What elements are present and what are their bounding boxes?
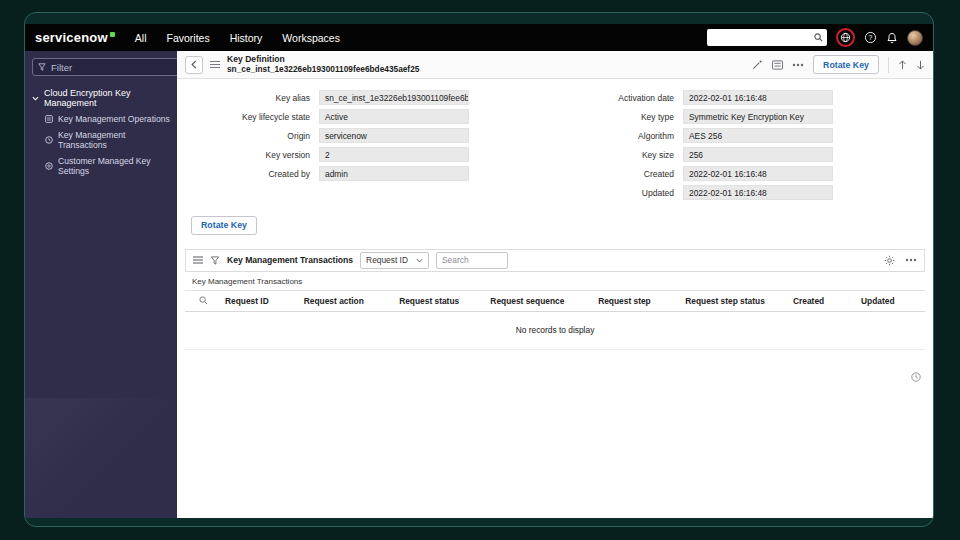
related-list: Key Management Transactions Request ID bbox=[185, 249, 925, 350]
app-navigator-sidebar: Cloud Encryption Key Management Key Mana… bbox=[25, 51, 177, 518]
related-list-toolbar: Key Management Transactions Request ID bbox=[185, 249, 925, 272]
list-menu-icon[interactable] bbox=[193, 256, 203, 264]
search-field-select[interactable]: Request ID bbox=[360, 252, 429, 269]
gear-module-icon bbox=[45, 162, 53, 170]
key-alias-field[interactable]: sn_ce_inst_1e3226eb193001109fee6bde435ae… bbox=[319, 90, 469, 105]
activation-date-field[interactable]: 2022-02-01 16:16:48 bbox=[683, 90, 833, 105]
frame-bottom-strip bbox=[25, 518, 933, 527]
sidebar-item-key-management-transactions[interactable]: Key Management Transactions bbox=[45, 130, 170, 150]
form-actions: Rotate Key bbox=[177, 204, 933, 247]
list-breadcrumb[interactable]: Key Management Transactions bbox=[185, 272, 925, 290]
magic-wand-icon[interactable] bbox=[752, 59, 763, 70]
column-header-request-step[interactable]: Request step bbox=[594, 291, 681, 311]
origin-field[interactable]: servicenow bbox=[319, 128, 469, 143]
nav-workspaces[interactable]: Workspaces bbox=[282, 32, 340, 44]
created-by-field[interactable]: admin bbox=[319, 166, 469, 181]
list-more-options-icon[interactable] bbox=[905, 258, 917, 262]
field-activation-date: Activation date 2022-02-01 16:16:48 bbox=[555, 90, 919, 105]
rotate-key-button-bottom[interactable]: Rotate Key bbox=[191, 216, 257, 235]
field-created-by: Created by admin bbox=[191, 166, 555, 181]
nav-favorites[interactable]: Favorites bbox=[167, 32, 210, 44]
global-search-input[interactable] bbox=[707, 29, 827, 46]
toolbar-divider bbox=[888, 57, 889, 73]
field-label: Activation date bbox=[555, 93, 683, 103]
more-options-icon[interactable] bbox=[792, 63, 804, 67]
table-header-row: Request ID Request action Request status… bbox=[185, 290, 925, 312]
field-key-lifecycle-state: Key lifecycle state Active bbox=[191, 109, 555, 124]
key-type-field[interactable]: Symmetric Key Encryption Key bbox=[683, 109, 833, 124]
list-search-input[interactable] bbox=[436, 252, 508, 269]
funnel-filter-icon bbox=[38, 63, 46, 71]
key-lifecycle-state-field[interactable]: Active bbox=[319, 109, 469, 124]
top-nav-bar: servicenow All Favorites History Workspa… bbox=[25, 24, 933, 51]
servicenow-logo[interactable]: servicenow bbox=[35, 30, 115, 45]
field-label: Key version bbox=[191, 150, 319, 160]
field-label: Origin bbox=[191, 131, 319, 141]
field-key-size: Key size 256 bbox=[555, 147, 919, 162]
select-caret-icon bbox=[416, 258, 423, 263]
navigator-filter-box[interactable] bbox=[32, 58, 177, 76]
field-label: Created by bbox=[191, 169, 319, 179]
updated-field[interactable]: 2022-02-01 16:16:48 bbox=[683, 185, 833, 200]
algorithm-field[interactable]: AES 256 bbox=[683, 128, 833, 143]
svg-text:?: ? bbox=[869, 34, 873, 41]
nav-all[interactable]: All bbox=[135, 32, 147, 44]
highlight-ring bbox=[836, 28, 855, 47]
tree-root-cloud-encryption[interactable]: Cloud Encryption Key Management bbox=[32, 88, 170, 108]
column-header-request-action[interactable]: Request action bbox=[300, 291, 395, 311]
notifications-bell-icon[interactable] bbox=[886, 32, 898, 44]
timing-row bbox=[177, 350, 933, 382]
nav-history[interactable]: History bbox=[230, 32, 263, 44]
field-algorithm: Algorithm AES 256 bbox=[555, 128, 919, 143]
column-search-icon[interactable] bbox=[185, 292, 221, 309]
column-header-request-status[interactable]: Request status bbox=[395, 291, 486, 311]
navigator-filter-input[interactable] bbox=[51, 62, 177, 73]
record-toolbar: Rotate Key bbox=[752, 55, 925, 74]
form-column-right: Activation date 2022-02-01 16:16:48 Key … bbox=[555, 90, 919, 200]
sidebar-item-label: Key Management Operations bbox=[58, 114, 170, 124]
empty-list-message: No records to display bbox=[185, 312, 925, 350]
response-time-icon[interactable] bbox=[911, 372, 921, 382]
sidebar-item-label: Key Management Transactions bbox=[58, 130, 170, 150]
column-header-request-sequence[interactable]: Request sequence bbox=[486, 291, 594, 311]
field-label: Algorithm bbox=[555, 131, 683, 141]
user-avatar[interactable] bbox=[907, 30, 923, 46]
field-label: Created bbox=[555, 169, 683, 179]
globe-icon[interactable] bbox=[840, 32, 851, 43]
record-context-menu-icon[interactable] bbox=[210, 60, 220, 69]
up-arrow-icon[interactable] bbox=[898, 60, 907, 70]
sidebar-item-customer-managed-key-settings[interactable]: Customer Managed Key Settings bbox=[45, 156, 170, 176]
field-key-type: Key type Symmetric Key Encryption Key bbox=[555, 109, 919, 124]
field-label: Updated bbox=[555, 188, 683, 198]
field-updated: Updated 2022-02-01 16:16:48 bbox=[555, 185, 919, 200]
sidebar-item-label: Customer Managed Key Settings bbox=[58, 156, 170, 176]
created-field[interactable]: 2022-02-01 16:16:48 bbox=[683, 166, 833, 181]
record-header: Key Definition sn_ce_inst_1e3226eb193001… bbox=[177, 51, 933, 79]
primary-nav: All Favorites History Workspaces bbox=[135, 32, 340, 44]
column-header-created[interactable]: Created bbox=[789, 291, 857, 311]
sidebar-item-key-management-operations[interactable]: Key Management Operations bbox=[45, 114, 170, 124]
column-header-request-step-status[interactable]: Request step status bbox=[681, 291, 789, 311]
main-content: Key Definition sn_ce_inst_1e3226eb193001… bbox=[177, 51, 933, 518]
form-column-left: Key alias sn_ce_inst_1e3226eb193001109fe… bbox=[191, 90, 555, 200]
key-version-field[interactable]: 2 bbox=[319, 147, 469, 162]
key-size-field[interactable]: 256 bbox=[683, 147, 833, 162]
rotate-key-button[interactable]: Rotate Key bbox=[813, 55, 879, 74]
field-key-alias: Key alias sn_ce_inst_1e3226eb193001109fe… bbox=[191, 90, 555, 105]
list-icon[interactable] bbox=[772, 60, 783, 70]
record-title-block: Key Definition sn_ce_inst_1e3226eb193001… bbox=[227, 55, 419, 74]
logo-mark-icon bbox=[110, 32, 115, 37]
logo-text: servicenow bbox=[35, 30, 108, 45]
list-filter-funnel-icon[interactable] bbox=[210, 256, 220, 265]
gear-icon[interactable] bbox=[884, 255, 895, 266]
record-form: Key alias sn_ce_inst_1e3226eb193001109fe… bbox=[177, 79, 933, 204]
field-label: Key lifecycle state bbox=[191, 112, 319, 122]
list-module-icon bbox=[45, 115, 53, 123]
help-icon[interactable]: ? bbox=[864, 31, 877, 44]
column-header-request-id[interactable]: Request ID bbox=[221, 291, 300, 311]
column-header-updated[interactable]: Updated bbox=[857, 291, 925, 311]
down-arrow-icon[interactable] bbox=[916, 60, 925, 70]
back-button[interactable] bbox=[185, 56, 203, 74]
tree-root-label: Cloud Encryption Key Management bbox=[44, 88, 170, 108]
record-subtitle: sn_ce_inst_1e3226eb193001109fee6bde435ae… bbox=[227, 65, 419, 75]
